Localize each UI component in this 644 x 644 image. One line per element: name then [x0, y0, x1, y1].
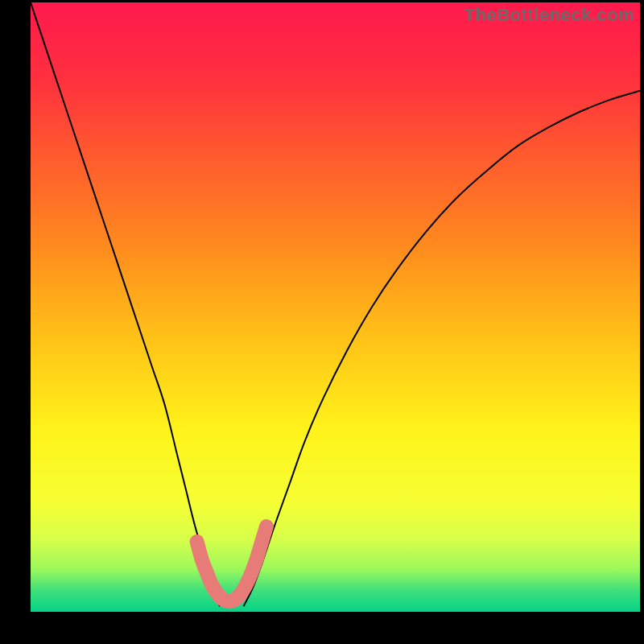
watermark-text: TheBottleneck.com — [464, 5, 634, 26]
gradient-rect — [31, 2, 640, 612]
chart-stage: TheBottleneck.com — [0, 0, 644, 644]
gradient-background — [31, 2, 640, 612]
plot-area — [31, 2, 640, 612]
